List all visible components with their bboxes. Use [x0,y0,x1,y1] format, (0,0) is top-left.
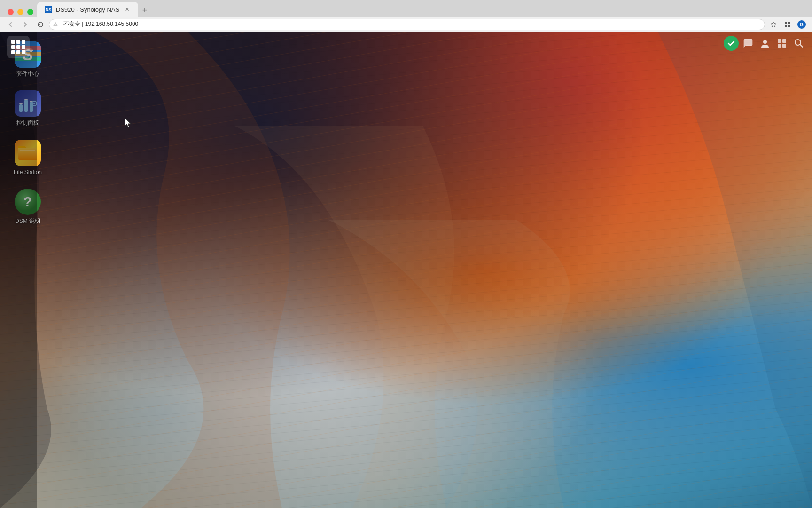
svg-point-27 [763,40,767,44]
grid-dot [22,45,25,49]
grid-dot [22,50,25,54]
svg-rect-31 [782,44,786,48]
reload-button[interactable] [34,18,47,31]
svg-rect-3 [788,22,790,24]
minimize-window-button[interactable] [17,9,23,15]
grid-dot [11,40,15,44]
search-icon[interactable] [791,36,806,51]
new-tab-button[interactable]: + [138,4,151,17]
tab-favicon: DS [45,6,52,13]
system-tray [718,32,812,55]
svg-rect-28 [778,39,781,43]
close-tab-button[interactable]: ✕ [123,6,131,13]
grid-dot [16,40,20,44]
messages-icon[interactable] [741,36,756,51]
profile-button[interactable]: G [795,18,808,31]
browser-chrome: DS DS920 - Synology NAS ✕ + ⚠ [0,0,812,32]
dsm-desktop: S S S 套件中心 [0,32,812,508]
grid-dot [11,45,15,49]
widget-icon[interactable] [774,36,789,51]
svg-rect-5 [788,25,790,27]
grid-dot [16,50,20,54]
browser-toolbar: ⚠ 不安全 | 192.168.50.145:5000 [0,17,812,32]
dsm-taskbar [0,32,37,508]
svg-rect-2 [785,22,787,24]
health-status-indicator [724,36,739,51]
svg-rect-30 [778,44,781,48]
extensions-button[interactable] [781,18,794,31]
back-button[interactable] [4,18,17,31]
window-controls [4,9,37,17]
system-health-icon[interactable] [724,36,739,51]
svg-rect-4 [785,25,787,27]
svg-text:DS: DS [46,8,52,12]
tab-title: DS920 - Synology NAS [56,6,119,13]
maximize-window-button[interactable] [27,9,33,15]
tab-bar: DS DS920 - Synology NAS ✕ + [0,0,812,17]
url-text: 不安全 | 192.168.50.145:5000 [63,20,138,28]
grid-dot [22,40,25,44]
main-menu-button[interactable] [7,36,30,58]
user-icon[interactable] [757,36,773,51]
active-tab[interactable]: DS DS920 - Synology NAS ✕ [37,2,138,17]
svg-text:G: G [800,22,804,27]
canyon-texture-svg [0,32,812,508]
address-bar[interactable]: ⚠ 不安全 | 192.168.50.145:5000 [49,19,765,30]
grid-menu-icon [11,40,25,54]
close-window-button[interactable] [8,9,14,15]
grid-dot [16,45,20,49]
security-warning-icon: ⚠ [53,21,58,27]
forward-button[interactable] [19,18,32,31]
svg-rect-29 [782,39,786,43]
bookmark-star-button[interactable] [767,18,780,31]
toolbar-right: G [767,18,808,31]
grid-dot [11,50,15,54]
